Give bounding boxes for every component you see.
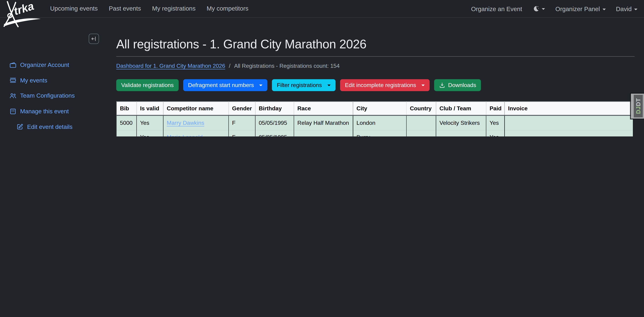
button-label: Filter registrations xyxy=(277,82,322,88)
wallet-icon xyxy=(9,61,16,68)
page-title: All registrations - 1. Grand City Marath… xyxy=(116,37,634,52)
theme-toggle[interactable] xyxy=(532,5,545,12)
nav-organize-event[interactable]: Organize an Event xyxy=(471,5,522,12)
paid-cell: Yes xyxy=(486,130,505,136)
sidebar-item-team-configurations[interactable]: Team Configurations xyxy=(0,91,109,101)
sidebar-item-label: Organizer Account xyxy=(20,62,69,68)
nav-organizer-panel[interactable]: Organizer Panel xyxy=(555,5,606,12)
sidebar-item-label: Edit event details xyxy=(27,123,72,130)
kanban-icon xyxy=(9,108,16,115)
divider xyxy=(116,56,634,57)
sidebar-item-label: My events xyxy=(20,77,47,83)
breadcrumb: Dashboard for 1. Grand City Marathon 202… xyxy=(116,62,634,70)
city-cell: Burry xyxy=(353,130,406,136)
breadcrumb-current: All Registrations - Registrations count:… xyxy=(234,63,340,69)
paid-cell: Yes xyxy=(486,115,505,130)
column-header-country: Country xyxy=(406,102,436,115)
competitor-name-cell: Marry Dawkins xyxy=(163,115,228,130)
chevron-down-icon xyxy=(602,8,606,10)
user-name-label: David xyxy=(616,5,632,12)
city-cell: London xyxy=(353,115,406,130)
birthday-cell: 05/05/1995 xyxy=(255,130,294,136)
chevron-down-icon xyxy=(634,8,638,10)
breadcrumb-dashboard-link[interactable]: Dashboard for 1. Grand City Marathon 202… xyxy=(116,63,225,69)
sidebar-item-label: Team Configurations xyxy=(20,92,75,99)
sidebar-item-edit-event-details[interactable]: Edit event details xyxy=(0,122,109,132)
table-row: Yes Maria Leopold F 05/05/1995 Burry Yes xyxy=(116,130,633,136)
defragment-start-numbers-button[interactable]: Defragment start numbers xyxy=(183,79,268,91)
chevron-down-icon xyxy=(259,84,262,86)
djdt-toolbar-handle[interactable]: DJDT xyxy=(631,93,644,119)
invoice-cell xyxy=(505,130,633,136)
validate-registrations-button[interactable]: Validate registrations xyxy=(116,79,178,91)
competitor-name-cell: Maria Leopold xyxy=(163,130,228,136)
club-team-cell xyxy=(436,130,486,136)
gender-cell: F xyxy=(228,130,255,136)
sidebar-item-organizer-account[interactable]: Organizer Account xyxy=(0,60,109,70)
competitor-link[interactable]: Marry Dawkins xyxy=(167,120,204,126)
djdt-dj-label: DJ xyxy=(635,106,642,114)
arrow-bar-left-icon xyxy=(91,36,97,42)
column-header-city: City xyxy=(353,102,406,115)
events-list-icon xyxy=(9,77,16,84)
column-header-birthday: Birthday xyxy=(255,102,294,115)
invoice-cell xyxy=(505,115,633,130)
column-header-invoice: Invoice xyxy=(505,102,633,115)
nav-past-events[interactable]: Past events xyxy=(109,5,141,12)
downloads-button[interactable]: Downloads xyxy=(434,79,481,91)
race-cell xyxy=(294,130,353,136)
brand-logo[interactable]: trka xyxy=(1,0,42,27)
column-header-paid: Paid xyxy=(486,102,505,115)
table-row: 5000 Yes Marry Dawkins F 05/05/1995 Rela… xyxy=(116,115,633,130)
race-cell: Relay Half Marathon xyxy=(294,115,353,130)
table-header-row: BibIs validCompetitor nameGenderBirthday… xyxy=(116,102,633,115)
button-label: Defragment start numbers xyxy=(188,82,254,88)
organizer-panel-label: Organizer Panel xyxy=(555,5,600,12)
download-icon xyxy=(439,82,445,88)
top-navbar: trka Upcoming eventsPast eventsMy regist… xyxy=(0,0,644,18)
nav-my-registrations[interactable]: My registrations xyxy=(152,5,196,12)
club-team-cell: Velocity Strikers xyxy=(436,115,486,130)
button-label: Downloads xyxy=(448,82,476,88)
pencil-square-icon xyxy=(16,123,24,130)
country-cell xyxy=(406,115,436,130)
people-icon xyxy=(9,92,16,99)
filter-registrations-button[interactable]: Filter registrations xyxy=(272,79,336,91)
button-label: Edit incomplete registrations xyxy=(345,82,416,88)
chevron-down-icon xyxy=(542,8,545,10)
main-content: All registrations - 1. Grand City Marath… xyxy=(116,17,634,136)
column-header-club-team: Club / Team xyxy=(436,102,486,115)
column-header-bib: Bib xyxy=(116,102,136,115)
chevron-down-icon xyxy=(422,84,425,86)
column-header-is-valid: Is valid xyxy=(136,102,163,115)
competitor-link[interactable]: Maria Leopold xyxy=(167,134,202,136)
gender-cell: F xyxy=(228,115,255,130)
nav-my-competitors[interactable]: My competitors xyxy=(207,5,248,12)
toolbar: Validate registrations Defragment start … xyxy=(116,79,634,91)
sidebar-item-manage-this-event[interactable]: Manage this event xyxy=(0,106,109,116)
sidebar-collapse-button[interactable] xyxy=(89,34,99,44)
nav-upcoming-events[interactable]: Upcoming events xyxy=(50,5,98,12)
sidebar-item-my-events[interactable]: My events xyxy=(0,75,109,85)
sidebar-item-label: Manage this event xyxy=(20,108,69,115)
chevron-down-icon xyxy=(327,84,331,86)
djdt-dt-label: DT xyxy=(635,98,642,106)
column-header-gender: Gender xyxy=(228,102,255,115)
moon-stars-icon xyxy=(532,5,540,12)
country-cell xyxy=(406,130,436,136)
is-valid-cell: Yes xyxy=(136,130,163,136)
edit-incomplete-registrations-button[interactable]: Edit incomplete registrations xyxy=(340,79,430,91)
column-header-race: Race xyxy=(294,102,353,115)
sidebar: Organizer Account My events Team Configu… xyxy=(0,17,109,136)
bib-cell: 5000 xyxy=(116,115,136,130)
button-label: Validate registrations xyxy=(121,82,174,88)
nav-user-menu[interactable]: David xyxy=(616,5,638,12)
birthday-cell: 05/05/1995 xyxy=(255,115,294,130)
app-window: trka Upcoming eventsPast eventsMy regist… xyxy=(0,0,644,136)
is-valid-cell: Yes xyxy=(136,115,163,130)
breadcrumb-separator: / xyxy=(229,63,230,69)
bib-cell xyxy=(116,130,136,136)
column-header-competitor-name: Competitor name xyxy=(163,102,228,115)
registrations-table: BibIs validCompetitor nameGenderBirthday… xyxy=(116,101,634,136)
